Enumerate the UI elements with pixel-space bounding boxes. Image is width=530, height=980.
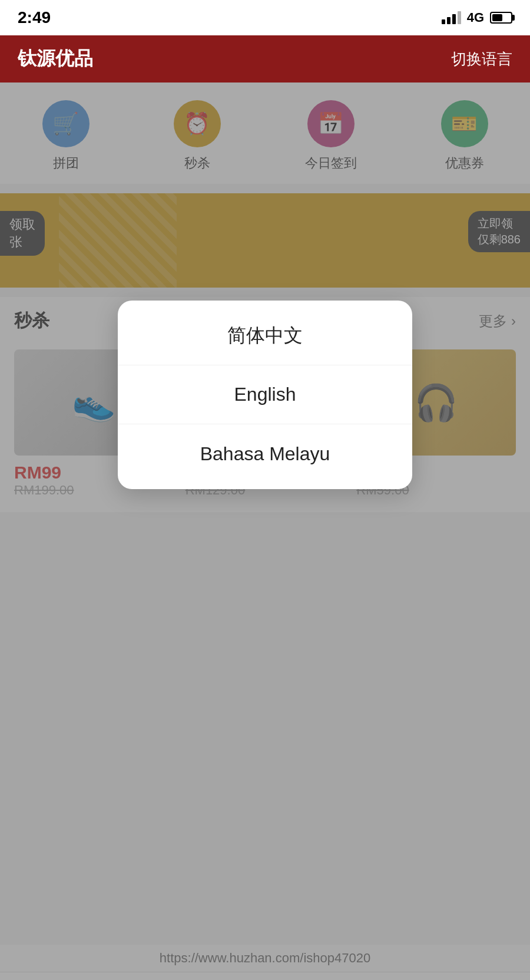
app-title: 钛源优品 — [18, 46, 93, 72]
modal-overlay[interactable] — [0, 83, 530, 980]
app-header: 钛源优品 切换语言 — [0, 35, 530, 83]
lang-option-ms[interactable]: Bahasa Melayu — [118, 424, 412, 483]
battery-icon — [490, 12, 512, 24]
lang-option-zh[interactable]: 简体中文 — [118, 306, 412, 365]
status-bar: 2:49 4G — [0, 0, 530, 35]
lang-option-en[interactable]: English — [118, 365, 412, 424]
network-type: 4G — [467, 10, 484, 25]
battery-fill — [492, 14, 502, 21]
lang-option-en-label: English — [234, 384, 296, 405]
signal-icon — [442, 11, 461, 24]
lang-switch-button[interactable]: 切换语言 — [451, 49, 512, 70]
status-right: 4G — [442, 10, 512, 25]
language-modal: 简体中文 English Bahasa Melayu — [118, 301, 412, 489]
app-content: 🛒 拼团 ⏰ 秒杀 📅 今日签到 🎫 优惠券 领取 张 立即领 仅剩886 秒杀… — [0, 83, 530, 980]
status-time: 2:49 — [18, 8, 51, 27]
lang-option-zh-label: 简体中文 — [227, 323, 303, 349]
lang-option-ms-label: Bahasa Melayu — [200, 443, 330, 465]
